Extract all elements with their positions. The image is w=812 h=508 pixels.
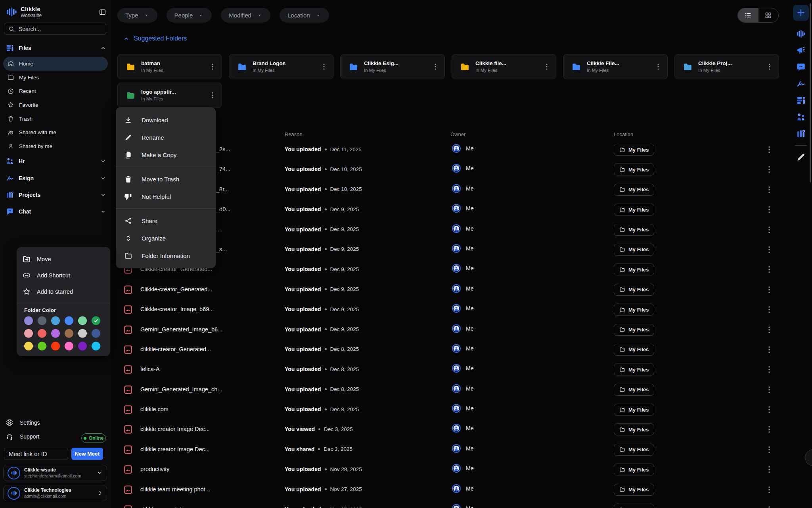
table-row[interactable]: felica-AYou uploadedDec 8, 2025MeMy File… [111,360,793,379]
menu-item-folder-information[interactable]: Folder Information [116,247,216,264]
list-view-button[interactable] [738,8,758,22]
location-chip[interactable]: My Files [614,164,654,175]
folder-menu-button[interactable] [542,62,551,71]
host-app-icon[interactable] [796,62,806,72]
location-chip[interactable]: My Files [614,324,654,336]
row-menu-button[interactable] [764,405,774,414]
esign-app-icon[interactable] [796,79,806,89]
folder-card-clikkle-file[interactable]: Clikkle file...In My Files [452,54,556,79]
sidebar-section-chat[interactable]: Chat [0,203,111,220]
folder-color-swatch[interactable] [51,316,60,325]
menu-item-share[interactable]: Share [116,212,216,229]
row-menu-button[interactable] [764,345,774,354]
table-row[interactable]: Clikkle-creator_Generated...You uploaded… [111,280,793,300]
filter-chip-people[interactable]: People [167,8,212,23]
location-chip[interactable]: My Files [614,284,654,296]
folder-color-swatch[interactable] [92,316,100,325]
menu-item-move[interactable]: Move [17,251,110,267]
row-menu-button[interactable] [764,285,774,294]
location-chip[interactable]: My Files [614,264,654,275]
location-chip[interactable]: My Files [614,244,654,256]
folder-card-brand-logos[interactable]: Brand LogosIn My Files [229,54,333,79]
files-app-icon[interactable] [796,95,806,106]
support-button[interactable]: Support [6,433,39,441]
new-button[interactable] [793,5,809,21]
sidebar-collapse-icon[interactable] [99,8,106,16]
folder-color-swatch[interactable] [78,329,87,338]
scrollbar[interactable] [810,3,811,183]
location-chip[interactable]: My Files [614,364,654,375]
location-chip[interactable]: My Files [614,484,654,496]
filter-chip-modified[interactable]: Modified [221,8,270,23]
folder-color-swatch[interactable] [24,329,33,338]
row-menu-button[interactable] [764,165,774,174]
sidebar-item-shared-with-me[interactable]: Shared with me [3,125,108,139]
menu-item-download[interactable]: Download [116,111,216,129]
location-chip[interactable]: My Files [614,224,654,236]
table-row[interactable]: clikkle-creator_Generated...You uploaded… [111,340,793,360]
row-menu-button[interactable] [764,245,774,254]
table-row[interactable]: clikkle creator Image Dec...You viewedDe… [111,419,793,439]
row-menu-button[interactable] [764,465,774,474]
menu-item-rename[interactable]: Rename [116,129,216,146]
table-row[interactable]: clikkle.comYou uploadedDec 8, 2025MeMy F… [111,400,793,419]
account-card-clikkle-technologies[interactable]: Clikkle Technologiesadmin@clikkmail.com [3,485,107,501]
search-box[interactable] [4,23,106,35]
table-row[interactable]: Clikkle-creator_Image_b69...You uploaded… [111,300,793,319]
table-row[interactable]: clikkle presentation roomYou uploadedNov… [111,500,793,508]
folder-color-swatch[interactable] [78,342,87,350]
clikkle-app-icon[interactable] [796,29,806,39]
menu-item-add-shortcut[interactable]: Add Shortcut [17,267,110,283]
location-chip[interactable]: My Files [614,423,654,435]
row-menu-button[interactable] [764,485,774,495]
folder-menu-button[interactable] [765,62,774,71]
folder-color-swatch[interactable] [38,329,46,338]
search-input[interactable] [19,26,102,32]
row-menu-button[interactable] [764,205,774,214]
settings-button[interactable]: Settings [6,419,40,427]
location-chip[interactable]: My Files [614,404,654,416]
location-chip[interactable]: My Files [614,204,654,216]
location-chip[interactable]: My Files [614,464,654,475]
folder-color-swatch[interactable] [38,342,46,350]
folder-menu-button[interactable] [654,62,663,71]
folder-color-swatch[interactable] [92,329,100,338]
filter-chip-location[interactable]: Location [280,8,329,23]
account-card-clikkle-wsuite[interactable]: Clikkle-wsuitestephandgraham@gmail.com [3,465,107,481]
row-menu-button[interactable] [764,365,774,374]
compose-icon[interactable] [796,152,806,162]
folder-menu-button[interactable] [431,62,440,71]
location-chip[interactable]: My Files [614,444,654,456]
sidebar-section-projects[interactable]: Projects [0,187,111,203]
location-chip[interactable]: My Files [614,184,654,196]
menu-item-not-helpful[interactable]: Not Helpful [116,188,216,205]
folder-color-swatch[interactable] [65,316,73,325]
menu-item-add-to-starred[interactable]: Add to starred [17,283,110,300]
folder-card-logo-appstir[interactable]: logo appstir...In My Files [117,83,222,108]
grid-view-button[interactable] [758,8,778,22]
menu-item-organize[interactable]: Organize [116,229,216,247]
suggested-folders-toggle[interactable]: Suggested Folders [123,35,187,42]
sidebar-item-shared-by-me[interactable]: Shared by me [3,139,108,153]
sidebar-item-trash[interactable]: Trash [3,112,108,126]
row-menu-button[interactable] [764,265,774,274]
table-row[interactable]: clikkle creator Image Dec...You sharedDe… [111,440,793,460]
folder-color-swatch[interactable] [78,316,87,325]
folder-color-swatch[interactable] [51,342,60,350]
sidebar-item-recent[interactable]: Recent [3,84,108,98]
sidebar-section-hr[interactable]: Hr [0,153,111,169]
table-row[interactable]: Gemini_Generated_Image_b6...You uploaded… [111,320,793,340]
location-chip[interactable]: My Files [614,504,654,508]
row-menu-button[interactable] [764,445,774,454]
sidebar-item-my-files[interactable]: My Files [3,71,108,85]
folder-card-batman[interactable]: batmanIn My Files [117,54,222,79]
row-menu-button[interactable] [764,305,774,314]
folder-menu-button[interactable] [208,91,217,100]
folder-color-swatch[interactable] [38,316,46,325]
folder-color-swatch[interactable] [92,342,100,350]
location-chip[interactable]: My Files [614,384,654,396]
folder-card-clikkle-file[interactable]: Clikkle File...In My Files [563,54,668,79]
folder-color-swatch[interactable] [65,342,73,350]
meet-link-input[interactable] [4,448,68,460]
table-row[interactable]: productivityYou uploadedNov 28, 2025MeMy… [111,460,793,479]
